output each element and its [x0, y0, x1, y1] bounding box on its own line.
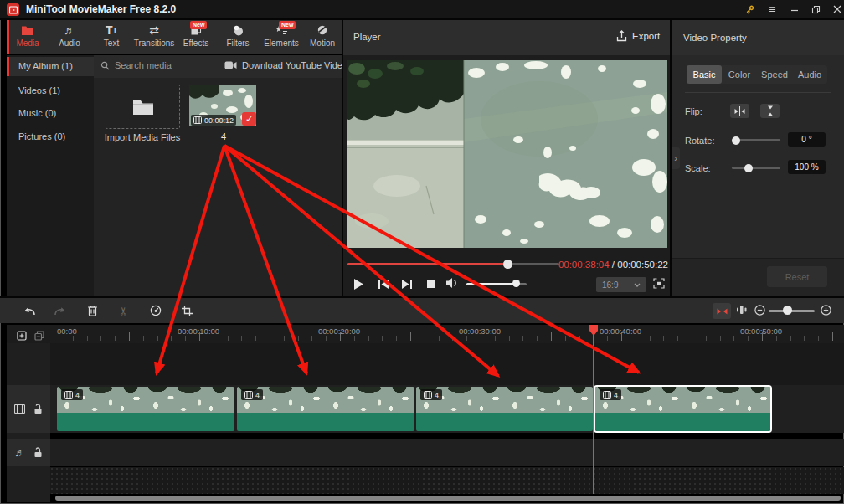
film-icon: [64, 391, 73, 399]
minimize-button[interactable]: [787, 3, 802, 16]
previous-frame-button[interactable]: [377, 278, 390, 290]
flip-horizontal-button[interactable]: [730, 104, 749, 118]
split-scissors-icon[interactable]: ✂: [115, 303, 131, 318]
flip-horizontal-icon: [734, 106, 745, 116]
video-property-panel: [672, 20, 844, 296]
rotate-slider-track[interactable]: [732, 139, 780, 141]
unlock-icon[interactable]: [33, 404, 43, 414]
sidebar-item-my-album[interactable]: My Album (1): [7, 57, 94, 76]
nav-motion[interactable]: Motion: [301, 23, 343, 53]
next-frame-button[interactable]: [400, 278, 414, 290]
register-key-icon[interactable]: [742, 3, 757, 16]
timeline-clip-2[interactable]: 4: [237, 387, 414, 431]
download-youtube-button[interactable]: Download YouTube Videos: [224, 60, 353, 70]
app-window: MiniTool MovieMaker Free 8.2.0 ≡ Media ♬…: [0, 0, 844, 504]
stop-button[interactable]: [425, 278, 438, 290]
remove-track-icon[interactable]: [34, 331, 44, 341]
film-icon: [424, 391, 432, 399]
app-logo-icon: [7, 3, 19, 16]
ruler-label: 00:00: [57, 327, 77, 336]
seek-bar-handle[interactable]: [503, 260, 512, 269]
play-button[interactable]: [352, 278, 365, 290]
ruler-label: 00:00:30:00: [459, 327, 501, 336]
redo-button[interactable]: [52, 303, 69, 318]
time-separator: /: [610, 260, 618, 270]
tab-audio[interactable]: Audio: [792, 65, 827, 84]
timeline-ruler[interactable]: 00:00 00:00:10:00 00:00:20:00 00:00:30:0…: [50, 325, 844, 343]
scale-slider-track[interactable]: [732, 167, 780, 169]
property-tabs: Basic Color Speed Audio: [687, 65, 827, 84]
timeline-clip-3[interactable]: 4: [416, 387, 593, 431]
tab-color[interactable]: Color: [722, 65, 757, 84]
film-icon: [193, 116, 202, 124]
clip-duration-badge: 00:00:12: [191, 115, 236, 126]
fit-timeline-icon: [717, 307, 728, 316]
sidebar-item-pictures[interactable]: Pictures (0): [7, 127, 94, 147]
new-badge: New: [190, 21, 207, 29]
sidebar-item-music[interactable]: Music (0): [7, 104, 94, 123]
tab-speed[interactable]: Speed: [757, 65, 792, 84]
delete-icon[interactable]: [84, 303, 100, 318]
nav-media[interactable]: Media: [7, 23, 49, 53]
horizontal-scrollbar[interactable]: [55, 496, 841, 501]
audio-track-icon: ♬: [15, 447, 25, 459]
nav-transitions[interactable]: ⇄ Transitions: [133, 23, 175, 53]
tab-basic[interactable]: Basic: [687, 65, 722, 84]
nav-audio[interactable]: ♬ Audio: [49, 23, 90, 53]
timeline-empty-area: [50, 467, 844, 494]
ruler-label: 00:00:50:00: [740, 327, 782, 336]
nav-filters[interactable]: Filters: [217, 23, 259, 53]
fit-timeline-button[interactable]: [713, 303, 731, 319]
timeline-clip-4-selected[interactable]: 4: [594, 385, 772, 433]
timeline-zoom-handle[interactable]: [783, 306, 792, 315]
reset-button[interactable]: Reset: [767, 266, 827, 287]
rotate-value-box[interactable]: 0 °: [788, 132, 826, 147]
maximize-button[interactable]: [808, 3, 823, 16]
unlock-icon[interactable]: [33, 447, 43, 458]
add-track-icon[interactable]: [17, 331, 27, 341]
video-preview[interactable]: [347, 60, 667, 248]
close-button[interactable]: [830, 3, 844, 16]
collapse-panel-chevron[interactable]: ›: [672, 147, 680, 169]
selected-check-icon[interactable]: ✓: [242, 112, 256, 126]
clip-label: 4: [435, 391, 439, 399]
ruler-label: 00:00:10:00: [178, 327, 219, 336]
ruler-label: 00:00:40:00: [600, 327, 641, 336]
crop-icon[interactable]: [178, 303, 195, 318]
audio-track-header: ♬: [7, 439, 50, 466]
scale-slider-handle[interactable]: [744, 164, 753, 172]
volume-slider-handle[interactable]: [512, 280, 520, 287]
chevron-down-icon: [634, 283, 641, 287]
zoom-out-icon[interactable]: [754, 305, 765, 316]
text-icon: TT: [90, 23, 132, 38]
import-media-dropzone[interactable]: [106, 85, 180, 129]
clip-badge: 4: [61, 389, 83, 400]
total-time: 00:00:50:22: [617, 260, 668, 270]
clip-filmstrip: [57, 387, 234, 413]
clip-badge: 4: [600, 389, 621, 400]
playhead-handle[interactable]: [589, 325, 599, 336]
folder-icon: [132, 99, 154, 116]
track-height-icon[interactable]: [736, 304, 747, 316]
timeline-clip-1[interactable]: 4: [57, 387, 234, 431]
undo-button[interactable]: [20, 303, 37, 318]
property-title: Video Property: [683, 33, 747, 43]
export-button[interactable]: Export: [616, 30, 660, 42]
playhead-line: [593, 334, 594, 494]
fullscreen-icon[interactable]: [653, 278, 665, 289]
menu-icon[interactable]: ≡: [764, 3, 780, 16]
audio-track-lane[interactable]: [50, 439, 844, 466]
search-icon: [100, 61, 110, 70]
zoom-in-icon[interactable]: [821, 305, 831, 316]
aspect-ratio-dropdown[interactable]: 16:9: [596, 277, 646, 292]
flip-vertical-button[interactable]: [760, 104, 780, 118]
rotate-slider-handle[interactable]: [732, 136, 740, 145]
video-camera-icon: [224, 61, 237, 69]
search-input[interactable]: Search media: [100, 60, 172, 70]
nav-text[interactable]: TT Text: [90, 23, 132, 53]
scale-value-box[interactable]: 100 %: [788, 160, 826, 174]
clip-label: 4: [614, 391, 618, 399]
sidebar-item-videos[interactable]: Videos (1): [7, 81, 94, 100]
volume-icon[interactable]: [446, 278, 459, 288]
speed-gauge-icon[interactable]: [147, 303, 164, 318]
